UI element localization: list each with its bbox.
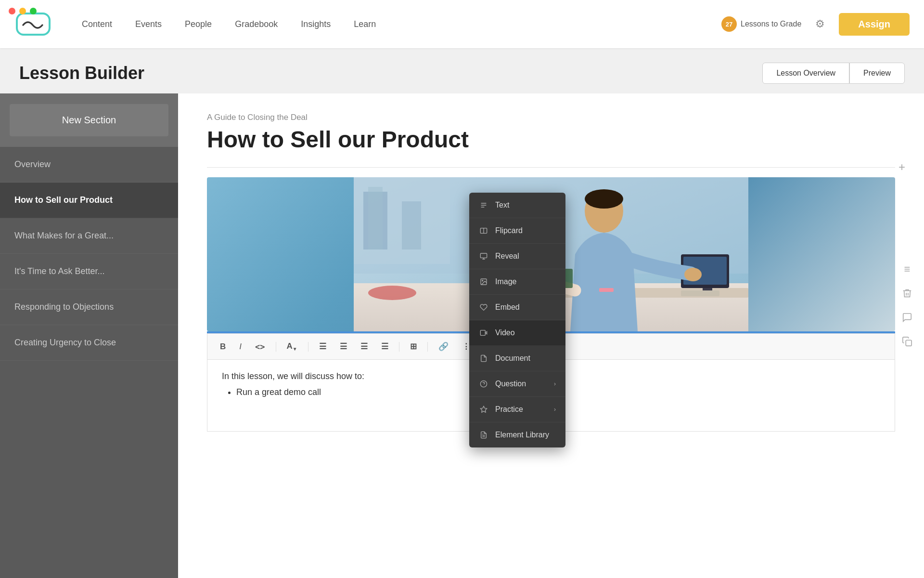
nav-links: Content Events People Gradebook Insights… — [82, 19, 721, 29]
menu-item-document[interactable]: Document — [469, 346, 565, 371]
menu-video-label: Video — [495, 328, 556, 337]
dropdown-menu: Text Flipcard Reveal — [469, 193, 565, 447]
header-buttons: Lesson Overview Preview — [762, 63, 905, 84]
menu-document-label: Document — [495, 354, 556, 363]
sidebar-item-creating-urgency[interactable]: Creating Urgency to Close — [0, 325, 178, 361]
svg-rect-16 — [599, 288, 614, 292]
library-icon — [479, 430, 488, 440]
lesson-overview-button[interactable]: Lesson Overview — [762, 63, 849, 84]
delete-icon[interactable] — [900, 286, 914, 301]
ordered-list-button[interactable]: ☰ — [337, 340, 350, 354]
page-title: Lesson Builder — [19, 63, 144, 83]
sidebar-item-how-to-sell[interactable]: How to Sell our Product — [0, 183, 178, 218]
right-actions: ≡ — [900, 262, 914, 349]
sidebar-item-ask-better[interactable]: It's Time to Ask Better... — [0, 254, 178, 289]
toolbar-sep-3 — [399, 342, 399, 352]
indent-left-button[interactable]: ☰ — [358, 340, 371, 354]
sidebar: New Section Overview How to Sell our Pro… — [0, 93, 178, 578]
traffic-light-red[interactable] — [9, 8, 15, 14]
svg-point-10 — [585, 189, 623, 209]
content-area: New Section Overview How to Sell our Pro… — [0, 93, 924, 578]
svg-rect-24 — [480, 253, 487, 258]
unordered-list-button[interactable]: ☰ — [316, 340, 329, 354]
page-header: Lesson Builder Lesson Overview Preview — [0, 48, 924, 93]
page-body: Lesson Builder Lesson Overview Preview N… — [0, 48, 924, 578]
sidebar-item-responding[interactable]: Responding to Objections — [0, 289, 178, 325]
font-size-button[interactable]: A▼ — [284, 340, 300, 354]
traffic-light-yellow[interactable] — [19, 8, 26, 14]
nav-insights[interactable]: Insights — [301, 19, 331, 29]
indent-right-button[interactable]: ☰ — [378, 340, 391, 354]
menu-practice-label: Practice — [495, 405, 547, 414]
nav-people[interactable]: People — [185, 19, 212, 29]
practice-arrow-icon: › — [554, 406, 556, 413]
practice-icon — [479, 405, 488, 414]
svg-rect-19 — [368, 187, 383, 250]
add-content-button[interactable]: + — [894, 159, 910, 175]
toolbar-sep-1 — [276, 342, 276, 352]
comment-icon[interactable] — [900, 310, 914, 325]
svg-point-11 — [684, 268, 702, 281]
editor-body-text: In this lesson, we will discuss how to: — [222, 371, 364, 381]
document-icon — [479, 354, 488, 363]
svg-rect-29 — [480, 330, 485, 336]
toolbar-sep-2 — [308, 342, 308, 352]
text-icon — [479, 200, 488, 210]
menu-flipcard-label: Flipcard — [495, 226, 556, 235]
svg-marker-33 — [480, 406, 487, 412]
content-divider — [207, 167, 895, 168]
menu-item-embed[interactable]: Embed — [469, 295, 565, 320]
question-icon — [479, 379, 488, 389]
nav-right: 27 Lessons to Grade ⚙ Assign — [721, 13, 910, 36]
menu-item-practice[interactable]: Practice › — [469, 397, 565, 422]
embed-icon — [479, 302, 488, 312]
menu-item-question[interactable]: Question › — [469, 371, 565, 397]
menu-item-flipcard[interactable]: Flipcard — [469, 218, 565, 244]
assign-button[interactable]: Assign — [839, 13, 910, 36]
svg-rect-0 — [17, 13, 50, 35]
table-button[interactable]: ⊞ — [407, 340, 420, 354]
svg-point-21 — [368, 286, 416, 300]
copy-icon[interactable] — [900, 334, 914, 349]
new-section-button[interactable]: New Section — [10, 104, 168, 136]
italic-button[interactable]: I — [236, 340, 244, 354]
svg-rect-20 — [402, 201, 421, 250]
svg-rect-8 — [681, 290, 719, 296]
image-icon — [479, 277, 488, 287]
menu-question-label: Question — [495, 380, 547, 388]
menu-item-text[interactable]: Text — [469, 193, 565, 218]
nav-learn[interactable]: Learn — [354, 19, 376, 29]
toolbar-sep-4 — [427, 342, 428, 352]
nav-content[interactable]: Content — [82, 19, 112, 29]
reveal-icon — [479, 251, 488, 261]
svg-point-28 — [482, 280, 483, 281]
nav-events[interactable]: Events — [135, 19, 162, 29]
lesson-subtitle: A Guide to Closing the Deal — [207, 113, 895, 122]
menu-embed-label: Embed — [495, 303, 556, 312]
drag-handle-icon[interactable]: ≡ — [900, 262, 914, 276]
menu-item-image[interactable]: Image — [469, 269, 565, 295]
gear-icon[interactable]: ⚙ — [813, 17, 827, 31]
menu-text-label: Text — [495, 201, 556, 210]
sidebar-item-what-makes[interactable]: What Makes for a Great... — [0, 218, 178, 254]
menu-item-reveal[interactable]: Reveal — [469, 244, 565, 269]
navbar: Content Events People Gradebook Insights… — [0, 0, 924, 48]
menu-item-video[interactable]: Video — [469, 320, 565, 346]
link-button[interactable]: 🔗 — [436, 340, 451, 354]
sidebar-item-overview[interactable]: Overview — [0, 147, 178, 183]
nav-gradebook[interactable]: Gradebook — [235, 19, 278, 29]
menu-item-element-library[interactable]: Element Library — [469, 422, 565, 447]
menu-reveal-label: Reveal — [495, 252, 556, 261]
lessons-label: Lessons to Grade — [741, 20, 801, 28]
flipcard-icon — [479, 226, 488, 236]
question-arrow-icon: › — [554, 381, 556, 387]
bold-button[interactable]: B — [217, 340, 229, 354]
sidebar-new-section: New Section — [0, 93, 178, 147]
video-icon — [479, 328, 488, 338]
code-button[interactable]: <> — [252, 340, 268, 354]
preview-button[interactable]: Preview — [849, 63, 905, 84]
traffic-light-green[interactable] — [30, 8, 37, 14]
lesson-title: How to Sell our Product — [207, 126, 895, 153]
menu-library-label: Element Library — [495, 431, 556, 439]
lessons-to-grade[interactable]: 27 Lessons to Grade — [721, 16, 801, 32]
